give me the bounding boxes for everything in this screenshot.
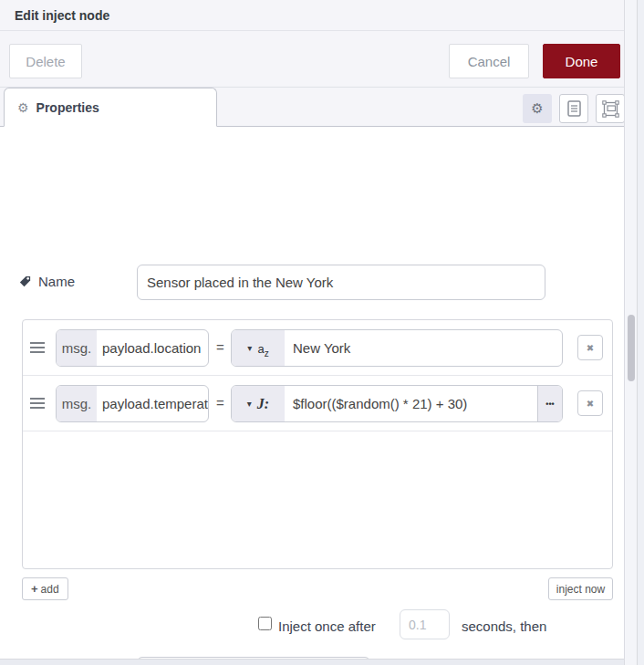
property-name-input[interactable]: payload.location [97, 330, 208, 366]
props-list: msg. payload.location = ▾ az New York ✖ … [22, 319, 613, 569]
gear-icon: ⚙ [531, 100, 543, 117]
delete-button[interactable]: Delete [9, 44, 82, 78]
property-row: msg. payload.location = ▾ az New York ✖ [23, 320, 612, 376]
description-tab-button[interactable] [559, 94, 588, 123]
scrollbar-thumb[interactable] [628, 315, 635, 381]
property-field[interactable]: msg. payload.temperature [56, 385, 209, 422]
name-label-row: Name [18, 274, 75, 289]
type-icon: J: [257, 396, 269, 412]
value-input[interactable]: $floor(($random() * 21) + 30) [285, 386, 537, 421]
cancel-button[interactable]: Cancel [449, 44, 529, 78]
msg-prefix-label: msg. [57, 330, 97, 366]
typed-input-type-button[interactable]: ▾ az [232, 330, 285, 366]
dialog-header: Edit inject node [0, 0, 624, 31]
tab-properties-label: Properties [36, 100, 99, 115]
inject-once-checkbox[interactable] [258, 617, 272, 630]
appearance-tab-button[interactable] [596, 94, 625, 123]
caret-down-icon: ▾ [247, 399, 252, 409]
add-button-label: add [41, 583, 59, 596]
property-row: msg. payload.temperature = ▾ J: $floor((… [23, 376, 612, 431]
drag-handle-icon[interactable] [30, 398, 45, 411]
properties-form: Name msg. payload.location = ▾ az New Yo… [0, 127, 624, 659]
dialog-title: Edit inject node [15, 8, 109, 23]
inject-once-label: Inject once after [278, 618, 376, 634]
bottom-edge [0, 659, 624, 665]
tab-properties[interactable]: ⚙ Properties [4, 88, 217, 127]
drag-handle-icon[interactable] [30, 342, 45, 356]
msg-prefix-label: msg. [57, 386, 97, 421]
plus-icon: + [31, 582, 38, 596]
typed-input-type-button[interactable]: ▾ J: [232, 386, 285, 421]
equals-sign: = [216, 339, 224, 355]
value-input[interactable]: New York [285, 330, 562, 366]
properties-tab-button[interactable]: ⚙ [523, 94, 552, 123]
equals-sign: = [216, 395, 224, 410]
outer-strip [638, 0, 644, 665]
name-label: Name [38, 274, 75, 289]
tag-icon [18, 275, 32, 288]
done-button[interactable]: Done [543, 44, 620, 78]
name-input[interactable] [137, 265, 545, 300]
property-name-input[interactable]: payload.temperature [97, 386, 208, 421]
inject-once-delay-input[interactable] [400, 609, 450, 639]
inject-once-suffix: seconds, then [462, 618, 546, 634]
object-group-icon [602, 100, 619, 118]
add-property-button[interactable]: + add [22, 577, 68, 600]
value-field: ▾ J: $floor(($random() * 21) + 30) ••• [231, 385, 563, 422]
type-icon: az [257, 340, 268, 357]
dialog-toolbar: Delete Cancel Done [0, 31, 624, 88]
remove-row-button[interactable]: ✖ [577, 390, 603, 416]
expand-editor-button[interactable]: ••• [537, 386, 562, 421]
property-field[interactable]: msg. payload.location [56, 329, 209, 367]
document-icon [567, 100, 581, 117]
caret-down-icon: ▾ [247, 343, 252, 353]
edit-inject-node-dialog: Edit inject node Delete Cancel Done ⚙ Pr… [0, 0, 644, 665]
remove-row-button[interactable]: ✖ [577, 335, 603, 360]
inject-now-button[interactable]: inject now [548, 577, 613, 600]
value-field: ▾ az New York [231, 329, 563, 367]
ellipsis-icon: ••• [545, 400, 554, 409]
gear-icon: ⚙ [17, 100, 29, 115]
